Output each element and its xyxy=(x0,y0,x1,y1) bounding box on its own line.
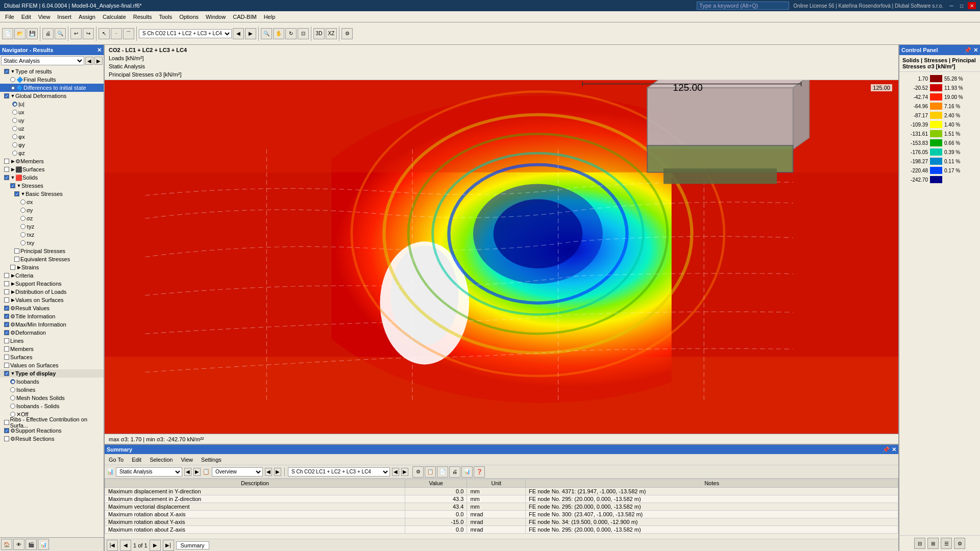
cb-maxmin[interactable]: ✓ xyxy=(4,322,9,327)
cb-members2[interactable] xyxy=(4,346,9,352)
menu-window[interactable]: Window xyxy=(203,13,229,21)
tree-values-surfaces[interactable]: ▶ Values on Surfaces xyxy=(0,296,104,304)
menu-edit[interactable]: Edit xyxy=(18,13,34,21)
tree-dist-loads[interactable]: ▶ Distribution of Loads xyxy=(0,288,104,296)
cp-icon-1[interactable]: ⊟ xyxy=(914,538,925,549)
rb-sx[interactable] xyxy=(20,199,26,205)
prev-page-btn[interactable]: ◀ xyxy=(120,540,131,551)
viewport[interactable]: 125.00 125.00 xyxy=(105,80,898,434)
zoom-btn[interactable]: 🔍 xyxy=(261,28,272,39)
menu-cad-bim[interactable]: CAD-BIM xyxy=(230,13,259,21)
nav-dropdown[interactable]: Static Analysis xyxy=(1,56,84,65)
rb-phiy[interactable] xyxy=(12,142,17,147)
tree-ribs[interactable]: Ribs - Effective Contribution on Surfa..… xyxy=(0,418,104,427)
tree-result-sections[interactable]: ⚙ Result Sections xyxy=(0,435,104,443)
summary-selection[interactable]: Selection xyxy=(148,456,175,464)
print-btn[interactable]: 🖨 xyxy=(42,28,54,39)
rb-mesh[interactable] xyxy=(10,395,15,400)
xz-view-btn[interactable]: XZ xyxy=(326,28,337,39)
menu-view[interactable]: View xyxy=(35,13,54,21)
summary-prev2[interactable]: ◀ xyxy=(265,468,272,476)
rb-txy[interactable] xyxy=(20,240,26,245)
tree-final-results[interactable]: 🔷 Final Results xyxy=(0,76,104,84)
cb-val-surf2[interactable] xyxy=(4,363,9,368)
maximize-btn[interactable]: □ xyxy=(958,2,966,9)
cb-criteria[interactable] xyxy=(4,273,9,278)
tree-uy[interactable]: uy xyxy=(0,116,104,124)
cb-dist-loads[interactable] xyxy=(4,289,9,294)
tree-solids[interactable]: ✓ ▼ 🟥 Solids xyxy=(0,173,104,182)
load-case-dropdown[interactable]: S Ch CO2 LC1 + LC2 + LC3 + LC4 xyxy=(139,29,232,38)
cp-icon-3[interactable]: ☰ xyxy=(941,538,952,549)
cb-principal[interactable] xyxy=(14,248,19,254)
cb-strains[interactable] xyxy=(10,265,15,270)
summary-next[interactable]: ▶ xyxy=(193,468,201,476)
summary-prev[interactable]: ◀ xyxy=(184,468,191,476)
menu-results[interactable]: Results xyxy=(130,13,155,21)
tree-isobands-solids[interactable]: Isobands - Solids xyxy=(0,402,104,410)
tree-phix[interactable]: φx xyxy=(0,133,104,141)
tree-equiv[interactable]: Equivalent Stresses xyxy=(0,255,104,263)
tree-isolines[interactable]: Isolines xyxy=(0,386,104,394)
menu-options[interactable]: Options xyxy=(176,13,202,21)
rb-ux[interactable] xyxy=(12,110,17,115)
cb-result-values[interactable]: ✓ xyxy=(4,306,9,311)
tree-surfaces2[interactable]: Surfaces xyxy=(0,353,104,361)
last-page-btn[interactable]: ▶| xyxy=(163,540,174,551)
search-box[interactable]: Type a keyword (Alt+Q) xyxy=(697,2,789,10)
rb-txz[interactable] xyxy=(20,232,26,237)
cb-support2[interactable]: ✓ xyxy=(4,428,9,433)
cb-equiv[interactable] xyxy=(14,257,19,262)
menu-insert[interactable]: Insert xyxy=(54,13,75,21)
tb-s2[interactable]: 📋 xyxy=(425,466,436,478)
tree-sz[interactable]: σz xyxy=(0,214,104,222)
nav-icon-3[interactable]: 🎬 xyxy=(26,539,37,550)
cb-title-info[interactable]: ✓ xyxy=(4,314,9,319)
cp-icon-2[interactable]: ⊞ xyxy=(927,538,939,549)
tree-support-reactions[interactable]: ▶ Support Reactions xyxy=(0,280,104,288)
tree-type-results[interactable]: ✓ ▼ Type of results xyxy=(0,67,104,76)
select-btn[interactable]: ↖ xyxy=(99,28,110,39)
tree-isobands[interactable]: Isobands xyxy=(0,378,104,386)
cp-pin-btn[interactable]: 📌 xyxy=(964,47,971,54)
tb-s4[interactable]: 🖨 xyxy=(449,466,460,478)
tree-uz[interactable]: uz xyxy=(0,124,104,133)
summary-overview-dropdown[interactable]: Overview xyxy=(212,467,263,477)
nav-icon-1[interactable]: 🏠 xyxy=(1,539,12,550)
nav-close-btn[interactable]: ✕ xyxy=(97,47,102,54)
rb-uz[interactable] xyxy=(12,126,17,131)
tree-result-values[interactable]: ✓ ⚙ Result Values xyxy=(0,304,104,312)
rb-phix[interactable] xyxy=(12,134,17,139)
tree-maxmin[interactable]: ✓ ⚙ Max/Min Information xyxy=(0,320,104,329)
cp-icon-4[interactable]: ⚙ xyxy=(954,538,965,549)
menu-assign[interactable]: Assign xyxy=(76,13,99,21)
cb-solids[interactable]: ✓ xyxy=(4,175,9,180)
tree-deformation[interactable]: ✓ ⚙ Deformation xyxy=(0,329,104,337)
tb-s3[interactable]: 📄 xyxy=(437,466,448,478)
cb-basic-stress[interactable]: ✓ xyxy=(14,191,19,196)
rotate-btn[interactable]: ↻ xyxy=(285,28,297,39)
save-btn[interactable]: 💾 xyxy=(27,28,38,39)
nav-icon-4[interactable]: 📊 xyxy=(38,539,49,550)
settings-btn[interactable]: ⚙ xyxy=(341,28,353,39)
menu-file[interactable]: File xyxy=(2,13,17,21)
cb-result-sections[interactable] xyxy=(4,436,9,441)
summary-settings[interactable]: Settings xyxy=(199,456,224,464)
tree-members[interactable]: ▶ ⚙ Members xyxy=(0,157,104,165)
next-lc-btn[interactable]: ▶ xyxy=(245,28,256,39)
tree-strains[interactable]: ▶ Strains xyxy=(0,263,104,271)
3d-view-btn[interactable]: 3D xyxy=(313,28,325,39)
nav-next-btn[interactable]: ▶ xyxy=(94,57,103,65)
rb-u[interactable] xyxy=(12,102,17,107)
cb-values-surf[interactable] xyxy=(4,297,9,303)
prev-lc-btn[interactable]: ◀ xyxy=(233,28,244,39)
tree-basic-stresses[interactable]: ✓ ▼ Basic Stresses xyxy=(0,190,104,198)
tree-mesh-nodes[interactable]: Mesh Nodes Solids xyxy=(0,394,104,402)
print-prev-btn[interactable]: 🔍 xyxy=(55,28,66,39)
tree-values-surf2[interactable]: Values on Surfaces xyxy=(0,361,104,369)
tb-s6[interactable]: ❓ xyxy=(474,466,485,478)
tree-surfaces[interactable]: ▶ ⬛ Surfaces xyxy=(0,165,104,173)
minimize-btn[interactable]: ─ xyxy=(947,2,955,9)
cb-global-def[interactable]: ✓ xyxy=(4,93,9,98)
rb-sz[interactable] xyxy=(20,216,26,221)
